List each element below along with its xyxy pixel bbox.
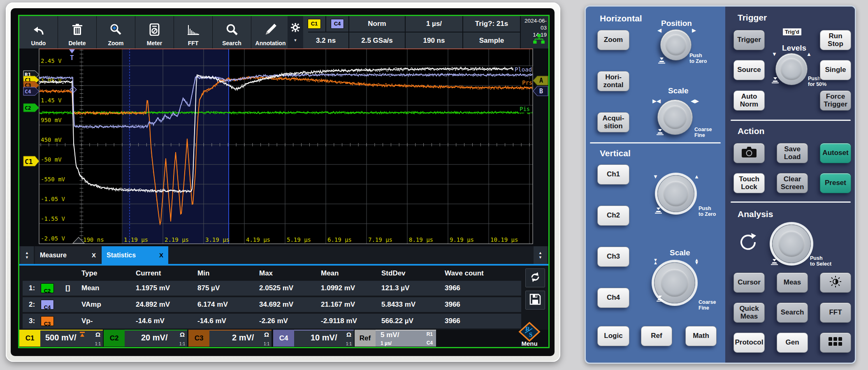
spinner-up-icon: ▲ (25, 251, 29, 255)
trigger-source-c4-indicator[interactable]: C4 (326, 16, 348, 32)
touch-lock-button[interactable]: Touch Lock (733, 173, 765, 193)
section-divider (590, 142, 721, 143)
protocol-button[interactable]: Protocol (733, 333, 765, 353)
channel-c4-tab[interactable]: C4 (273, 330, 294, 347)
search-button[interactable]: Search (213, 16, 251, 49)
fft-button[interactable]: FFT (174, 16, 212, 49)
save-load-button[interactable]: Save Load (777, 143, 808, 163)
tab-statistics[interactable]: Statistics X (102, 246, 168, 264)
reference-ref-tab[interactable]: Ref (355, 330, 376, 347)
sample-rate-cell[interactable]: 2.5 GSa/s (349, 32, 405, 49)
c1-badge: C1 (308, 19, 321, 29)
tab-statistics-label: Statistics (107, 252, 136, 259)
brightness-icon (829, 275, 842, 289)
screenshot-button[interactable] (733, 143, 765, 163)
undo-button[interactable]: Undo (19, 16, 58, 49)
waveform-display[interactable]: 2.45 V1.95 V1.45 V950 mV450 mV-50 mV-550… (19, 49, 548, 246)
trigger-source-c1-indicator[interactable]: C1 (303, 16, 325, 32)
stats-row-1[interactable]: 1: C2 [] Mean 1.1975 mV 875 µV 2.0525 mV… (23, 281, 521, 296)
tab-scroll-left-control[interactable]: ▲ ▼ (20, 246, 34, 264)
channel-c1-tab[interactable]: C1 (19, 330, 40, 347)
trace-name-label: Pis (520, 106, 530, 112)
tab-scroll-right-control[interactable]: ▲ ▼ (534, 246, 547, 264)
active-tab-underline (19, 264, 548, 266)
source-button[interactable]: Source (733, 60, 765, 80)
row-index: 1: (29, 281, 35, 296)
tab-measure[interactable]: Measure X (35, 246, 101, 264)
channel-c4-settings[interactable]: 10 mV/ Ω 1:1 (294, 330, 354, 347)
gen-button[interactable]: Gen (777, 333, 808, 353)
resolution-cell[interactable]: 3.2 ns (303, 32, 348, 49)
annotation-button[interactable]: Annotation (251, 16, 290, 49)
single-button[interactable]: Single (820, 60, 851, 80)
delete-button[interactable]: Delete (58, 16, 96, 49)
ch1-button[interactable]: Ch1 (597, 164, 629, 185)
meas-button[interactable]: Meas (777, 273, 808, 293)
meter-button[interactable]: Meter (135, 16, 174, 49)
ch2-button[interactable]: Ch2 (597, 206, 629, 226)
stats-row-3[interactable]: 3: C3 Vp- -14.6 mV -14.6 mV -2.26 mV -2.… (23, 314, 521, 328)
v-axis-label: -2.05 V (41, 235, 65, 242)
zoom-button[interactable]: Zoom (597, 30, 629, 50)
action-section-title: Action (738, 126, 764, 136)
channel-bar: C1 500 mV/ Ω 1:1 C2 20 mV/ Ω 1:1 C3 2 mV… (19, 330, 548, 347)
record-length-cell[interactable]: 190 ns (406, 32, 462, 49)
stats-row-2[interactable]: 2: C4 VAmp 24.892 mV 6.174 mV 34.692 mV … (23, 297, 521, 312)
trigger-level-knob[interactable] (775, 53, 808, 85)
preset-button[interactable]: Preset (820, 173, 851, 193)
logic-button[interactable]: Logic (597, 326, 629, 346)
cursor-button[interactable]: Cursor (733, 273, 765, 293)
ref-button[interactable]: Ref (641, 326, 672, 346)
auto-norm-button[interactable]: Auto Norm (733, 90, 765, 111)
intensity-button[interactable] (820, 273, 851, 293)
force-trigger-button[interactable]: Force Trigger (820, 90, 851, 111)
undo-icon (32, 24, 45, 37)
h-position-label: Position (661, 19, 692, 28)
navigation-knob[interactable] (772, 224, 811, 263)
refresh-statistics-button[interactable] (525, 268, 545, 287)
channel-c2-settings[interactable]: 20 mV/ Ω 1:1 (125, 330, 187, 347)
vertical-position-knob[interactable] (657, 175, 694, 212)
tab-statistics-close-icon[interactable]: X (159, 252, 163, 259)
spinner-down-icon: ▼ (25, 255, 29, 260)
multimeter-icon (149, 23, 160, 37)
ch3-button[interactable]: Ch3 (597, 247, 629, 267)
apps-button[interactable] (820, 333, 851, 353)
col-current: Current (136, 269, 161, 278)
acquisition-mode-cell[interactable]: Sample (463, 32, 520, 49)
clear-screen-button[interactable]: Clear Screen (777, 173, 808, 193)
save-statistics-button[interactable] (525, 291, 545, 310)
v-axis-label: -1.05 V (41, 196, 65, 202)
trigger-button[interactable]: Trigger (733, 30, 765, 50)
ch4-button[interactable]: Ch4 (597, 288, 629, 308)
horizontal-button[interactable]: Hori- zontal (597, 71, 629, 91)
channel-c1-settings[interactable]: 500 mV/ Ω 1:1 (40, 330, 103, 347)
tab-measure-close-icon[interactable]: X (92, 252, 96, 259)
quick-meas-button[interactable]: Quick Meas (733, 303, 765, 323)
search-panel-button[interactable]: Search (777, 303, 808, 323)
channel-c3-tab[interactable]: C3 (188, 330, 209, 347)
trigger-mode-cell[interactable]: Norm (349, 16, 405, 32)
channel-c2-tab[interactable]: C2 (104, 330, 125, 347)
toolbar-expand-arrow[interactable]: ▼ (294, 38, 297, 42)
math-button[interactable]: Math (685, 326, 717, 346)
rotate-left-icon: ◀ (657, 27, 661, 33)
run-stop-button[interactable]: Run Stop (820, 30, 851, 50)
channel-c3-settings[interactable]: 2 mV/ Ω 1:1 (209, 330, 272, 347)
autoset-button[interactable]: Autoset (820, 143, 851, 163)
fft-panel-button[interactable]: FFT (820, 303, 851, 323)
trigger-status-cell[interactable]: Trig?: 21s (463, 16, 520, 32)
menu-button[interactable]: RS Menu (515, 322, 543, 347)
v-coarse-fine-label: Coarse Fine (699, 299, 716, 311)
acquisition-button[interactable]: Acqui- sition (597, 112, 629, 132)
push-select-label: Push to Select (810, 255, 831, 267)
zoom-tool-button[interactable]: Zoom (97, 16, 135, 49)
timebase-cell[interactable]: 1 µs/ (406, 16, 462, 32)
horizontal-position-knob[interactable] (660, 29, 692, 60)
push-knob-icon (657, 296, 664, 303)
reference-settings[interactable]: 5 mV/ 1 µs/ R1 C4 (376, 330, 436, 347)
h-coarse-fine-label: Coarse Fine (694, 127, 712, 139)
v-axis-label: -1.55 V (41, 215, 65, 222)
display-settings-button[interactable]: ▼ (288, 16, 303, 49)
impedance-icon: Ω (264, 331, 269, 338)
